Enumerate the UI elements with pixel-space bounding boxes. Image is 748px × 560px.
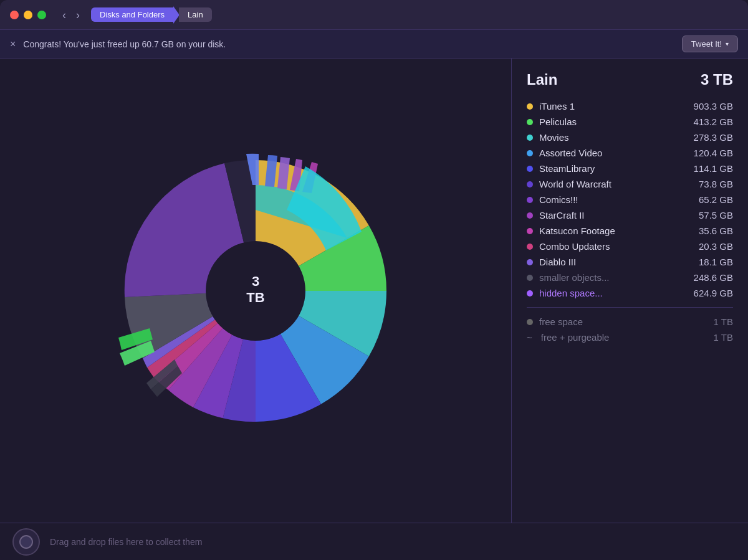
back-button[interactable]: ‹ (59, 8, 70, 22)
legend-item[interactable]: hidden space...624.9 GB (527, 285, 733, 301)
legend-dot (527, 197, 533, 203)
legend-dot (527, 290, 533, 297)
drag-drop-text: Drag and drop files here to collect them (50, 537, 202, 547)
main-content: 3 TB (0, 59, 748, 523)
legend-size: 73.8 GB (699, 179, 733, 189)
legend-item[interactable]: StarCraft II57.5 GB (527, 207, 733, 223)
legend-label: World of Warcraft (539, 179, 611, 189)
free-space-size: 1 TB (714, 316, 733, 327)
titlebar: ‹ › Disks and Folders Lain (0, 0, 748, 30)
legend-item[interactable]: iTunes 1903.3 GB (527, 98, 733, 114)
free-space-label: free space (539, 316, 583, 327)
legend-size: 114.1 GB (694, 163, 733, 174)
minimize-button[interactable] (24, 11, 32, 19)
nav-buttons: ‹ › (59, 8, 84, 22)
free-space-row: free space 1 TB (527, 314, 733, 330)
breadcrumb: Disks and Folders Lain (91, 6, 212, 24)
legend-item[interactable]: Peliculas413.2 GB (527, 114, 733, 130)
free-space-dot (527, 319, 533, 325)
right-panel: Lain 3 TB iTunes 1903.3 GBPeliculas413.2… (511, 59, 748, 523)
legend-size: 57.5 GB (699, 210, 733, 221)
chevron-down-icon: ▾ (726, 40, 729, 47)
legend-dot (527, 119, 533, 125)
legend-item[interactable]: Assorted Video120.4 GB (527, 145, 733, 161)
svg-text:TB: TB (246, 290, 264, 305)
notification-message: Congrats! You've just freed up 60.7 GB o… (23, 39, 674, 49)
legend-size: 248.6 GB (694, 272, 733, 283)
legend-dot (527, 103, 533, 110)
breadcrumb-root[interactable]: Disks and Folders (91, 7, 173, 22)
breadcrumb-current[interactable]: Lain (179, 7, 212, 22)
legend-label: Assorted Video (539, 148, 602, 158)
legend-item[interactable]: Movies278.3 GB (527, 130, 733, 145)
legend-size: 278.3 GB (694, 132, 733, 143)
legend-dot (527, 259, 533, 265)
disk-total: 3 TB (701, 71, 733, 88)
legend-item[interactable]: Katsucon Footage35.6 GB (527, 223, 733, 239)
legend-dot (527, 135, 533, 141)
legend-label: hidden space... (539, 288, 603, 298)
legend-size: 65.2 GB (699, 194, 733, 205)
legend-size: 624.9 GB (694, 288, 733, 298)
legend-size: 18.1 GB (699, 257, 733, 267)
legend-size: 120.4 GB (694, 148, 733, 158)
legend-size: 903.3 GB (694, 101, 733, 112)
maximize-button[interactable] (37, 11, 46, 19)
collector-icon[interactable] (12, 528, 40, 556)
svg-text:3: 3 (252, 273, 259, 289)
notification-bar: × Congrats! You've just freed up 60.7 GB… (0, 30, 748, 59)
legend-divider (527, 307, 733, 308)
notification-close-button[interactable]: × (10, 39, 16, 50)
legend-item[interactable]: Comics!!!65.2 GB (527, 192, 733, 207)
legend-size: 413.2 GB (694, 116, 733, 127)
disk-title-row: Lain 3 TB (527, 71, 733, 88)
legend-item[interactable]: Diablo III18.1 GB (527, 254, 733, 270)
legend-dot (527, 150, 533, 156)
legend-item[interactable]: Combo Updaters20.3 GB (527, 239, 733, 254)
legend-dot (527, 212, 533, 219)
legend-dot (527, 166, 533, 172)
collector-inner-icon (19, 535, 33, 549)
disk-title: Lain (527, 71, 557, 88)
free-purgeable-row: ~ free + purgeable 1 TB (527, 330, 733, 345)
free-purgeable-size: 1 TB (714, 332, 733, 343)
chart-area: 3 TB (0, 59, 511, 523)
legend-label: smaller objects... (539, 272, 610, 283)
legend-label: Katsucon Footage (539, 225, 615, 236)
legend-label: iTunes 1 (539, 101, 575, 112)
legend-label: StarCraft II (539, 210, 585, 221)
close-button[interactable] (10, 11, 19, 19)
legend-item[interactable]: SteamLibrary114.1 GB (527, 161, 733, 176)
traffic-lights (10, 11, 46, 19)
forward-button[interactable]: › (72, 8, 84, 22)
legend-item[interactable]: World of Warcraft73.8 GB (527, 176, 733, 192)
legend-label: Movies (539, 132, 569, 143)
free-purgeable-label: free + purgeable (541, 332, 610, 343)
legend-label: Combo Updaters (539, 241, 610, 252)
legend-label: Diablo III (539, 257, 576, 267)
purgeable-tilde-icon: ~ (527, 332, 532, 343)
disk-chart[interactable]: 3 TB (112, 135, 399, 447)
tweet-button[interactable]: Tweet It! ▾ (682, 36, 738, 52)
legend-dot (527, 181, 533, 187)
legend-dot (527, 244, 533, 250)
legend-label: SteamLibrary (539, 163, 595, 174)
legend-label: Peliculas (539, 116, 577, 127)
legend-dot (527, 275, 533, 281)
legend-size: 35.6 GB (699, 225, 733, 236)
legend-item[interactable]: smaller objects...248.6 GB (527, 270, 733, 285)
legend-label: Comics!!! (539, 194, 578, 205)
tweet-label: Tweet It! (691, 39, 722, 49)
bottom-bar: Drag and drop files here to collect them (0, 523, 748, 560)
legend-size: 20.3 GB (699, 241, 733, 252)
legend-list: iTunes 1903.3 GBPeliculas413.2 GBMovies2… (527, 98, 733, 301)
legend-dot (527, 228, 533, 234)
